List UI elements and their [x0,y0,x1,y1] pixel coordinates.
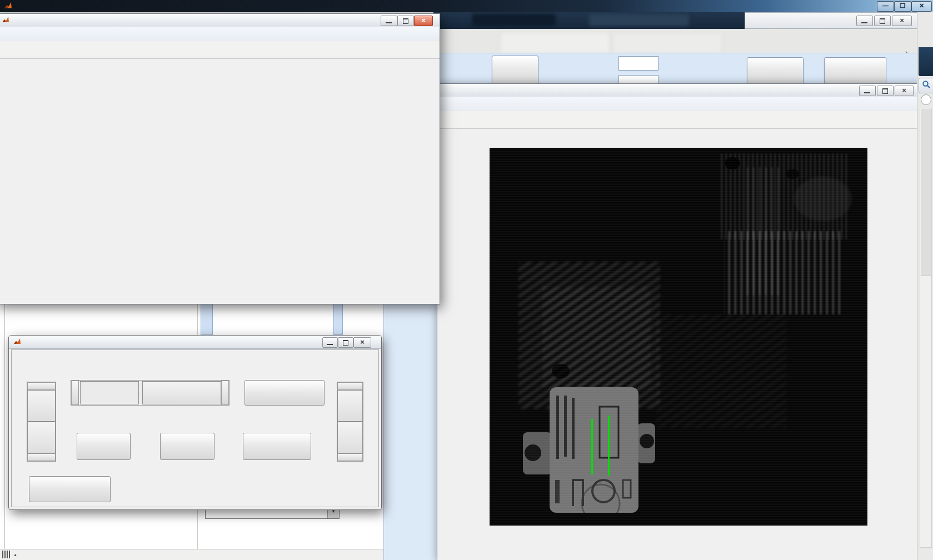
close-icon: ✕ [919,2,924,9]
slider-titlebar[interactable]: × [9,336,381,349]
y-slider[interactable] [27,382,56,462]
restore-button[interactable] [338,337,353,348]
figure2-canvas [0,59,440,304]
in-y-slider[interactable] [337,382,363,462]
image-figure-menubar [437,97,920,112]
minimize-icon [861,22,867,23]
panel-divider [4,303,5,549]
grip-icon [7,551,8,558]
slider-down-arrow[interactable] [337,453,363,461]
close-button[interactable]: ✕ [911,1,932,12]
restore-icon [403,18,408,24]
move-line-slider[interactable] [71,380,229,406]
interval-grenze-2-button[interactable] [160,433,214,460]
side-dock-strip [917,12,933,560]
matlab-logo-icon [2,16,9,26]
matlab-logo-icon [4,2,12,12]
restore-button[interactable] [877,86,894,96]
image-figure-toolbar [437,111,920,129]
minimize-button[interactable] [322,337,338,348]
restore-button[interactable]: ❐ [894,1,911,12]
chevron-up-icon[interactable]: ▲ [13,553,17,557]
restore-icon [882,88,888,94]
matlab-logo-icon [13,338,21,347]
background-window-frame: × [745,12,933,29]
minimize-button[interactable] [859,86,876,96]
image-figure-window: × [437,83,921,560]
slider-thumb[interactable] [142,381,221,404]
search-icon [922,80,931,89]
minimize-icon [864,92,870,93]
settings-button[interactable] [824,57,886,85]
slider-thumb[interactable] [337,422,363,453]
background-statusbar: ▲ [0,549,383,560]
slider-thumb[interactable] [337,390,363,422]
restore-icon: ❐ [900,2,906,9]
slider-down-arrow[interactable] [27,453,56,461]
slider-thumb[interactable] [27,422,56,453]
slider-left-arrow[interactable] [71,381,79,405]
minimize-button[interactable]: — [877,1,894,12]
unwrap-pike-button[interactable] [747,57,804,85]
slider-right-arrow[interactable] [221,381,229,405]
werte-speichern-button[interactable] [245,380,325,406]
background-ruler-panel [383,303,440,560]
figure2-titlebar[interactable]: × [0,14,440,27]
minimize-icon: — [882,2,889,9]
grip-icon [2,551,3,558]
search-button[interactable] [919,78,933,93]
grip-icon [9,551,10,558]
minimize-icon [386,22,392,23]
image-figure-titlebar[interactable]: × [437,84,920,97]
mittelwert-berechnen-button[interactable] [243,433,311,460]
figure2-window: × [0,13,440,304]
screen: × ↘ ▼ ▲ [0,0,933,560]
figure2-menubar [0,27,440,42]
auto-linescan-button[interactable] [29,476,111,502]
restore-icon [343,340,348,346]
control-panel [433,53,917,85]
close-icon: × [895,86,913,94]
main-window-titlebar[interactable]: — ❐ ✕ [0,0,933,12]
close-button[interactable]: × [892,16,912,26]
restore-icon [880,18,885,24]
background-scrollbar[interactable] [333,303,343,335]
blurred-background-titlebar [433,12,756,29]
scale-button[interactable] [492,56,538,85]
close-button[interactable]: × [414,16,433,26]
minimize-icon [327,344,333,345]
restore-button[interactable] [397,16,414,26]
grip-icon [4,551,6,558]
background-toolstrip: ↘ [433,29,933,53]
close-icon: × [415,16,432,24]
close-icon: × [892,16,911,24]
scrollbar-thumb[interactable] [921,109,931,276]
close-icon: × [354,338,371,346]
slider-page-area[interactable] [80,381,139,404]
dock-collapse-strip[interactable] [919,47,933,76]
interferogram-image [490,148,867,526]
minimize-button[interactable] [381,16,397,26]
background-scrollbar[interactable] [201,303,213,335]
ref-shift-input[interactable] [618,56,658,71]
slider-up-arrow[interactable] [27,382,56,390]
slider-window: × [8,335,382,510]
slider-thumb[interactable] [27,390,56,422]
close-button[interactable]: × [895,86,914,96]
scrollbar-track[interactable] [920,108,932,548]
figure2-toolbar [0,41,440,59]
expand-button[interactable] [921,94,931,105]
restore-button[interactable] [874,16,891,26]
minimize-button[interactable] [856,16,873,26]
interval-grenze-1-button[interactable] [77,433,131,460]
close-button[interactable]: × [353,337,371,348]
slider-up-arrow[interactable] [337,382,363,390]
